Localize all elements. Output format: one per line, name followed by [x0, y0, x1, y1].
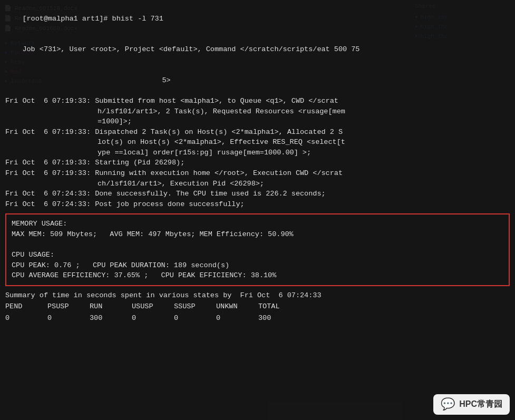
time-dispatch: Fri Oct 6 07:19:33: Dispatched 2 Task(s)…	[5, 128, 343, 136]
done-text: Fri Oct 6 07:24:33: Done successfully. T…	[5, 190, 326, 198]
val-run: 300	[90, 313, 132, 324]
col-ususp: USUSP	[132, 301, 174, 312]
terminal-line-job: Job <731>, User <root>, Project <default…	[5, 34, 510, 65]
job-line: Job <731>, User <root>, Project <default…	[22, 45, 359, 53]
terminal-line-dispatch: Fri Oct 6 07:19:33: Dispatched 2 Task(s)…	[5, 127, 510, 138]
terminal-line-running2: ch/lsf101/art1>, Execution Pid <26298>;	[5, 179, 510, 189]
watermark-text: HPC常青园	[459, 399, 502, 410]
terminal-prompt: [root@malpha1 art1]# bhist -l 731	[5, 3, 510, 34]
memory-line1: MAX MEM: 509 Mbytes; AVG MEM: 497 Mbytes…	[12, 229, 503, 240]
job-line-cont: 5>	[22, 76, 170, 84]
val-pend: 0	[5, 313, 47, 324]
terminal-line-done: Fri Oct 6 07:24:33: Done successfully. T…	[5, 189, 510, 199]
val-total: 300	[258, 313, 300, 324]
submit-cont: h/lsf101/art1>, 2 Task(s), Requested Res…	[5, 108, 345, 115]
dispatch-cont2: ype ==local] order[r15s:pg] rusage[mem=1…	[5, 149, 311, 157]
summary-header: Summary of time in seconds spent in vari…	[5, 290, 510, 301]
col-total: TOTAL	[258, 301, 300, 312]
col-ssusp: SSUSP	[174, 301, 216, 312]
terminal-line-submit2: h/lsf101/art1>, 2 Task(s), Requested Res…	[5, 106, 510, 117]
terminal-line-job-cont: 5>	[5, 65, 510, 96]
val-psusp: 0	[47, 313, 90, 324]
terminal-line-submit3: =1000]>;	[5, 116, 510, 127]
val-ssusp: 0	[174, 313, 216, 324]
col-psusp: PSUSP	[47, 301, 90, 312]
terminal-line-submit: Fri Oct 6 07:19:33: Submitted from host …	[5, 96, 510, 106]
col-unkwn: UNKWN	[216, 301, 258, 312]
memory-cpu-box: MEMORY USAGE: MAX MEM: 509 Mbytes; AVG M…	[5, 213, 510, 286]
dispatch-cont: lot(s) on Host(s) <2*malpha1>, Effective…	[5, 138, 345, 146]
terminal-line-dispatch3: ype ==local] order[r15s:pg] rusage[mem=1…	[5, 148, 510, 158]
wechat-icon: 💬	[441, 397, 455, 412]
col-pend: PEND	[5, 301, 47, 312]
submit-cont2: =1000]>;	[5, 118, 132, 125]
watermark: 💬 HPC常青园	[433, 394, 510, 415]
col-run: RUN	[90, 301, 132, 312]
running-cont: ch/lsf101/art1>, Execution Pid <26298>;	[5, 180, 264, 188]
terminal-line-postjob: Fri Oct 6 07:24:33: Post job process don…	[5, 199, 510, 210]
summary-columns-row: PEND PSUSP RUN USUSP SSUSP UNKWN TOTAL	[5, 301, 510, 312]
summary-values-row: 0 0 300 0 0 0 300	[5, 313, 510, 324]
postjob-text: Fri Oct 6 07:24:33: Post job process don…	[5, 200, 245, 208]
running-text: Fri Oct 6 07:19:33: Running with executi…	[5, 169, 343, 177]
memory-spacer	[12, 239, 503, 250]
starting-text: Fri Oct 6 07:19:33: Starting (Pid 26298)…	[5, 159, 184, 167]
time-submit: Fri Oct 6 07:19:33: Submitted from host …	[5, 97, 338, 105]
cpu-line2: CPU AVERAGE EFFICIENCY: 37.65% ; CPU PEA…	[12, 270, 503, 281]
cpu-line1: CPU PEAK: 0.76 ; CPU PEAK DURATION: 189 …	[12, 260, 503, 271]
val-unkwn: 0	[216, 313, 258, 324]
terminal-line-dispatch2: lot(s) on Host(s) <2*malpha1>, Effective…	[5, 137, 510, 148]
cpu-header: CPU USAGE:	[12, 250, 503, 260]
memory-header: MEMORY USAGE:	[12, 219, 503, 229]
terminal-line-starting: Fri Oct 6 07:19:33: Starting (Pid 26298)…	[5, 158, 510, 168]
val-ususp: 0	[132, 313, 174, 324]
terminal-line-running: Fri Oct 6 07:19:33: Running with executi…	[5, 168, 510, 179]
terminal-window: [root@malpha1 art1]# bhist -l 731 Job <7…	[0, 0, 515, 420]
summary-section: Summary of time in seconds spent in vari…	[5, 290, 510, 324]
prompt-text: [root@malpha1 art1]# bhist -l 731	[22, 15, 163, 23]
